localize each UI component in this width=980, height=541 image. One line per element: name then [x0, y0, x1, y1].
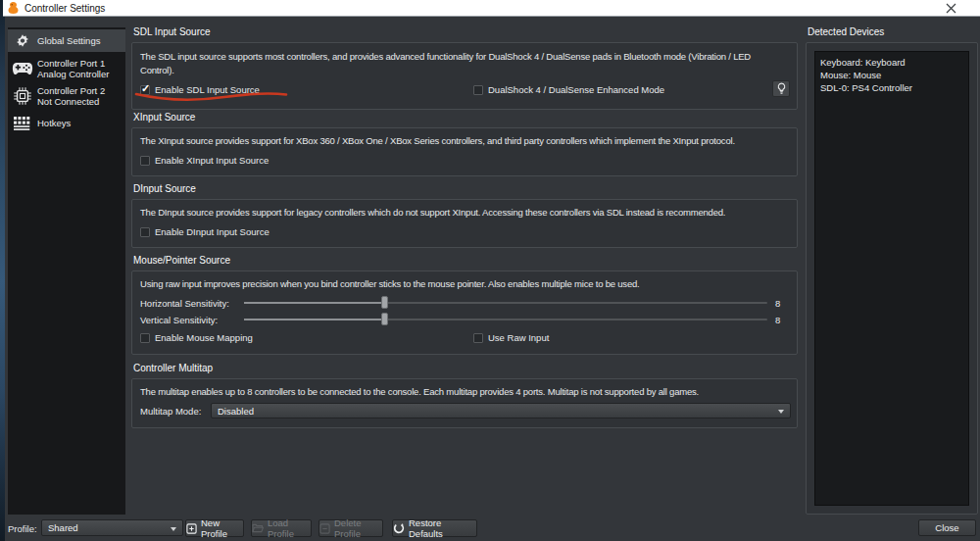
gamepad-icon	[8, 62, 37, 75]
lightbulb-icon	[777, 82, 786, 95]
enable-mouse-mapping-checkbox-row[interactable]: Enable Mouse Mapping	[140, 332, 253, 343]
window-title: Controller Settings	[24, 3, 105, 14]
multitap-description: The multitap enables up to 8 controllers…	[140, 385, 787, 399]
sidebar-item-label: Global Settings	[37, 35, 100, 47]
xinput-section-heading: XInput Source	[133, 112, 195, 123]
sidebar-item-label: Controller Port 2	[37, 85, 105, 96]
vertical-sensitivity-slider[interactable]	[244, 313, 767, 325]
restore-defaults-button[interactable]: Restore Defaults	[392, 519, 477, 537]
use-raw-input-label: Use Raw Input	[488, 332, 549, 343]
desktop-edge-strip	[0, 0, 5, 541]
chevron-down-icon	[171, 527, 176, 531]
device-list-item[interactable]: Keyboard: Keyboard	[820, 56, 963, 69]
chevron-down-icon	[778, 410, 784, 414]
multitap-mode-select[interactable]: Disabled	[211, 403, 791, 418]
enable-xinput-label: Enable XInput Input Source	[155, 155, 269, 166]
horizontal-sensitivity-label: Horizontal Sensitivity:	[140, 298, 229, 309]
vertical-sensitivity-label: Vertical Sensitivity:	[140, 315, 218, 325]
enable-dinput-checkbox[interactable]	[140, 227, 150, 237]
title-bar: Controller Settings	[3, 0, 980, 17]
settings-sidebar: Global Settings Controller Port 1 Analog…	[8, 27, 125, 515]
new-profile-button[interactable]: New Profile	[185, 519, 244, 537]
device-list-item[interactable]: Mouse: Mouse	[820, 69, 963, 81]
gear-icon	[8, 32, 37, 50]
mouse-group-box: Using raw input improves precision when …	[131, 270, 798, 355]
new-profile-icon	[186, 523, 197, 534]
horizontal-sensitivity-value: 8	[775, 298, 780, 309]
enable-xinput-checkbox[interactable]	[140, 156, 150, 166]
mouse-section-heading: Mouse/Pointer Source	[133, 255, 230, 267]
sidebar-item-controller-port-2[interactable]: Controller Port 2 Not Connected	[8, 83, 125, 109]
slider-handle[interactable]	[381, 296, 388, 309]
sdl-hint-button[interactable]	[772, 80, 790, 97]
enable-mouse-mapping-label: Enable Mouse Mapping	[155, 332, 253, 343]
close-button-label: Close	[935, 522, 958, 533]
sidebar-item-sublabel: Not Connected	[37, 96, 99, 107]
vertical-sensitivity-value: 8	[775, 315, 780, 325]
device-list-item[interactable]: SDL-0: PS4 Controller	[820, 81, 963, 94]
enable-mouse-mapping-checkbox[interactable]	[140, 333, 150, 343]
enable-sdl-label: Enable SDL Input Source	[155, 84, 260, 95]
sidebar-item-sublabel: Analog Controller	[37, 69, 109, 79]
sidebar-item-label: Hotkeys	[37, 118, 71, 129]
multitap-mode-value: Disabled	[218, 406, 254, 417]
slider-groove-fill	[244, 319, 385, 320]
load-profile-button-label: Load Profile	[268, 517, 311, 539]
folder-open-icon	[252, 523, 264, 533]
enable-dinput-label: Enable DInput Input Source	[155, 226, 270, 237]
profile-select-value: Shared	[48, 522, 78, 533]
dinput-group-box: The DInput source provides support for l…	[131, 199, 798, 248]
check-icon: ✓	[141, 82, 150, 95]
multitap-section-heading: Controller Multitap	[133, 363, 213, 374]
enhanced-mode-label: DualShock 4 / DualSense Enhanced Mode	[488, 84, 664, 95]
detected-devices-group-box: Keyboard: Keyboard Mouse: Mouse SDL-0: P…	[806, 42, 978, 515]
xinput-group-box: The XInput source provides support for X…	[131, 127, 798, 176]
detected-devices-heading: Detected Devices	[808, 26, 884, 38]
enhanced-mode-checkbox[interactable]	[473, 85, 483, 95]
horizontal-sensitivity-slider[interactable]	[244, 296, 767, 309]
restore-defaults-button-label: Restore Defaults	[409, 517, 476, 539]
use-raw-input-checkbox-row[interactable]: Use Raw Input	[473, 332, 549, 343]
chip-icon	[8, 87, 37, 105]
sidebar-item-controller-port-1[interactable]: Controller Port 1 Analog Controller	[8, 56, 125, 81]
detected-devices-list[interactable]: Keyboard: Keyboard Mouse: Mouse SDL-0: P…	[814, 51, 969, 506]
sidebar-item-label: Controller Port 1	[37, 58, 105, 69]
sidebar-item-hotkeys[interactable]: Hotkeys	[8, 112, 125, 134]
close-button[interactable]: Close	[918, 519, 976, 536]
enhanced-mode-checkbox-row[interactable]: DualShock 4 / DualSense Enhanced Mode	[473, 84, 664, 95]
multitap-group-box: The multitap enables up to 8 controllers…	[131, 378, 798, 428]
enable-sdl-checkbox-row[interactable]: ✓ Enable SDL Input Source	[140, 84, 260, 95]
controller-settings-dialog: Controller Settings Global Settings Cont…	[0, 0, 980, 541]
hotkeys-icon	[8, 117, 37, 130]
delete-profile-button-label: Delete Profile	[334, 517, 382, 539]
app-logo-icon	[8, 2, 19, 14]
enable-xinput-checkbox-row[interactable]: Enable XInput Input Source	[140, 155, 269, 166]
profile-label: Profile:	[8, 523, 37, 534]
mouse-description: Using raw input improves precision when …	[140, 277, 787, 291]
xinput-description: The XInput source provides support for X…	[140, 134, 787, 148]
dinput-description: The DInput source provides support for l…	[140, 206, 787, 220]
delete-profile-icon	[319, 523, 330, 534]
delete-profile-button[interactable]: Delete Profile	[318, 519, 383, 537]
profile-select[interactable]: Shared	[41, 519, 183, 536]
slider-groove-fill	[244, 302, 385, 304]
slider-handle[interactable]	[381, 313, 388, 325]
multitap-mode-label: Multitap Mode:	[140, 406, 201, 417]
new-profile-button-label: New Profile	[201, 517, 243, 539]
load-profile-button[interactable]: Load Profile	[251, 519, 312, 537]
enable-sdl-checkbox[interactable]: ✓	[140, 85, 150, 95]
sdl-description: The SDL input source supports most contr…	[140, 50, 785, 77]
dinput-section-heading: DInput Source	[133, 183, 196, 195]
sidebar-item-global-settings[interactable]: Global Settings	[8, 29, 125, 52]
enable-dinput-checkbox-row[interactable]: Enable DInput Input Source	[140, 226, 270, 237]
use-raw-input-checkbox[interactable]	[473, 333, 483, 343]
sdl-group-box: The SDL input source supports most contr…	[131, 42, 798, 110]
window-close-icon[interactable]	[946, 3, 956, 14]
sdl-section-heading: SDL Input Source	[133, 26, 211, 38]
restore-defaults-icon	[393, 522, 405, 534]
